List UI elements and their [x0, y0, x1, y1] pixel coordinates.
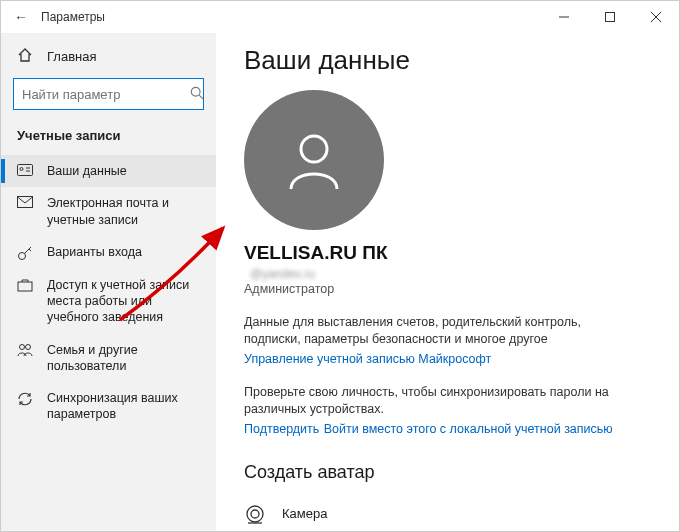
home-link[interactable]: Главная	[1, 41, 216, 72]
svg-point-15	[20, 344, 25, 349]
back-button[interactable]: ←	[5, 9, 37, 25]
billing-text: Данные для выставления счетов, родительс…	[244, 314, 614, 348]
window-title: Параметры	[37, 10, 105, 24]
svg-rect-1	[606, 13, 615, 22]
page-title: Ваши данные	[244, 45, 651, 76]
svg-point-4	[191, 87, 200, 96]
svg-point-7	[20, 168, 23, 171]
sidebar-item-sync[interactable]: Синхронизация ваших параметров	[1, 382, 216, 431]
id-card-icon	[17, 164, 33, 176]
browse-option[interactable]: Выберите один элемент	[244, 531, 651, 532]
sidebar-item-label: Ваши данные	[47, 163, 127, 179]
avatar-heading: Создать аватар	[244, 462, 651, 483]
search-box[interactable]	[13, 78, 204, 110]
sidebar-item-your-info[interactable]: Ваши данные	[1, 155, 216, 187]
account-email: @yandex.ru	[250, 267, 651, 281]
sidebar-item-label: Варианты входа	[47, 244, 142, 260]
local-account-link[interactable]: Войти вместо этого с локальной учетной з…	[324, 422, 613, 436]
svg-point-19	[251, 510, 259, 518]
person-icon	[279, 125, 349, 195]
search-icon	[190, 86, 204, 103]
svg-point-17	[301, 136, 327, 162]
manage-account-link[interactable]: Управление учетной записью Майкрософт	[244, 352, 491, 366]
maximize-icon	[605, 12, 615, 22]
svg-rect-10	[18, 197, 33, 208]
close-icon	[651, 12, 661, 22]
main-content: Ваши данные VELLISA.RU ПК @yandex.ru Адм…	[216, 33, 679, 531]
settings-window: ← Параметры Главная	[0, 0, 680, 532]
sidebar-item-label: Семья и другие пользователи	[47, 342, 200, 375]
verify-link[interactable]: Подтвердить	[244, 422, 319, 436]
mail-icon	[17, 196, 33, 208]
section-heading: Учетные записи	[1, 122, 216, 155]
minimize-button[interactable]	[541, 1, 587, 33]
sync-icon	[17, 391, 33, 407]
minimize-icon	[559, 12, 569, 22]
camera-option[interactable]: Камера	[244, 497, 651, 531]
svg-rect-14	[18, 282, 32, 291]
camera-icon	[244, 503, 266, 525]
key-icon	[17, 245, 33, 261]
home-label: Главная	[47, 49, 96, 64]
svg-point-16	[26, 344, 31, 349]
svg-point-11	[19, 252, 26, 259]
sidebar-item-label: Доступ к учетной записи места работы или…	[47, 277, 200, 326]
sidebar-item-email[interactable]: Электронная почта и учетные записи	[1, 187, 216, 236]
titlebar: ← Параметры	[1, 1, 679, 33]
svg-line-13	[29, 249, 31, 251]
svg-line-5	[199, 95, 203, 99]
sidebar: Главная Учетные записи Ваши данные	[1, 33, 216, 531]
briefcase-icon	[17, 278, 33, 292]
sidebar-item-family[interactable]: Семья и другие пользователи	[1, 334, 216, 383]
maximize-button[interactable]	[587, 1, 633, 33]
sidebar-item-label: Синхронизация ваших параметров	[47, 390, 200, 423]
account-name: VELLISA.RU ПК	[244, 242, 651, 264]
search-input[interactable]	[22, 87, 190, 102]
avatar	[244, 90, 384, 230]
svg-point-18	[247, 506, 263, 522]
camera-label: Камера	[282, 506, 327, 521]
verify-text: Проверьте свою личность, чтобы синхрониз…	[244, 384, 614, 418]
sidebar-item-label: Электронная почта и учетные записи	[47, 195, 200, 228]
svg-rect-6	[18, 165, 33, 176]
close-button[interactable]	[633, 1, 679, 33]
people-icon	[17, 343, 33, 357]
home-icon	[17, 47, 33, 66]
sidebar-item-work[interactable]: Доступ к учетной записи места работы или…	[1, 269, 216, 334]
sidebar-item-signin[interactable]: Варианты входа	[1, 236, 216, 269]
account-role: Администратор	[244, 282, 651, 296]
